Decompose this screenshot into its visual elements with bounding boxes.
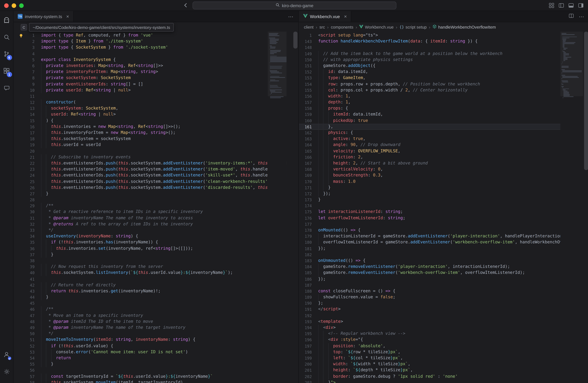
line-number[interactable]: 2 (14, 39, 35, 44)
code-line[interactable]: 49 * @param inventoryName The name of th… (14, 325, 298, 331)
line-number[interactable]: 176 (299, 215, 312, 221)
code-line[interactable]: 162 physics: { (299, 130, 588, 136)
line-number[interactable]: 1 (299, 32, 312, 39)
line-number[interactable]: 175 (299, 209, 312, 215)
line-number[interactable]: 52 (14, 343, 35, 349)
code-line[interactable]: 6 private inventories: Map<string, Ref<s… (14, 63, 298, 69)
code-line[interactable]: 185 gameStore.removeEventListener('workb… (299, 270, 588, 276)
line-number[interactable]: 14 (14, 111, 35, 118)
line-number[interactable]: 199 (299, 355, 312, 361)
line-number[interactable]: 160 (299, 118, 312, 124)
code-line[interactable]: 44 } (14, 294, 298, 300)
code-line[interactable]: 24 this.eventListenerIds.push(this.socke… (14, 172, 298, 179)
code-line[interactable]: 160 pickedUp: true (299, 118, 588, 124)
code-line[interactable]: 4 (14, 51, 298, 57)
code-line[interactable]: 26 this.eventListenerIds.push(this.socke… (14, 185, 298, 191)
code-line[interactable]: 13 socketSystem: SocketSystem, (14, 106, 298, 111)
scrollbar-thumb[interactable] (584, 32, 588, 170)
code-line[interactable]: 199 left: `${col * tileSize}px`, (299, 355, 588, 361)
line-number[interactable]: 177 (299, 221, 312, 227)
code-line[interactable]: 182 (299, 252, 588, 258)
code-line[interactable]: 9 private eventListenerIds: string[] = [… (14, 81, 298, 87)
line-number[interactable]: 18 (14, 136, 35, 142)
code-line[interactable]: 184 gameStore.removeEventListener('playe… (299, 264, 588, 270)
editor-right[interactable]: 1<script setup lang="ts">143function han… (299, 32, 588, 383)
breadcrumb-item-client[interactable]: client (304, 24, 314, 29)
line-number[interactable]: 5 (14, 57, 35, 63)
code-line[interactable]: 195 <!-- Regular workbench view --> (299, 331, 588, 337)
line-number[interactable]: 46 (14, 306, 35, 313)
code-line[interactable]: 17 this.inventoryForItem = new Map<strin… (14, 130, 298, 136)
kiro-ghost-icon[interactable] (0, 12, 13, 29)
code-line[interactable]: 177 (299, 221, 588, 227)
line-number[interactable]: 172 (299, 191, 312, 197)
line-number[interactable]: 168 (299, 166, 312, 172)
line-number[interactable]: 19 (14, 142, 35, 148)
code-line[interactable]: 143function handleWorkbenchOverflowItem(… (299, 39, 588, 44)
line-number[interactable]: 152 (299, 69, 312, 75)
code-lines-left[interactable]: 1import { type Ref, computed, ref } from… (14, 32, 298, 383)
line-number[interactable]: 161 (299, 124, 312, 130)
line-number[interactable]: 13 (14, 106, 35, 111)
line-number[interactable]: 200 (299, 361, 312, 367)
code-line[interactable]: 175let interactionListenerId: string; (299, 209, 588, 215)
code-line[interactable]: 39 // Now request this inventory from th… (14, 264, 298, 270)
minimap-left[interactable] (268, 32, 287, 383)
chat-icon[interactable] (0, 79, 13, 96)
line-number[interactable]: 154 (299, 81, 312, 87)
code-line[interactable]: 56 (14, 367, 298, 373)
line-number[interactable]: 15 (14, 118, 35, 124)
line-number[interactable]: 42 (14, 282, 35, 288)
line-number[interactable]: 3 (14, 44, 35, 51)
code-line[interactable]: 194 <div> (299, 325, 588, 331)
line-number[interactable]: 29 (14, 203, 35, 209)
line-number[interactable]: 4 (14, 51, 35, 57)
line-number[interactable]: 31 (14, 215, 35, 221)
line-number[interactable]: 38 (14, 258, 35, 264)
line-number[interactable]: 53 (14, 349, 35, 355)
line-number[interactable]: 57 (14, 373, 35, 380)
split-editor-icon[interactable] (568, 13, 574, 20)
more-actions-icon[interactable]: ⋯ (579, 13, 584, 20)
line-number[interactable]: 165 (299, 148, 312, 154)
code-line[interactable]: 54 return (14, 355, 298, 361)
line-number[interactable]: 49 (14, 325, 35, 331)
line-number[interactable]: 167 (299, 160, 312, 166)
line-number[interactable]: 20 (14, 148, 35, 154)
line-number[interactable]: 7 (14, 69, 35, 75)
line-number[interactable]: 10 (14, 87, 35, 93)
code-line[interactable]: 58 this.socketSystem.moveItem(itemId, ta… (14, 380, 298, 383)
line-number[interactable]: 158 (299, 106, 312, 111)
code-line[interactable]: 35 if (!this.inventories.has(inventoryNa… (14, 239, 298, 246)
line-number[interactable]: 203 (299, 380, 312, 383)
line-number[interactable]: 186 (299, 276, 312, 282)
code-action-lightbulb-icon[interactable] (19, 33, 23, 40)
code-line[interactable]: 181}); (299, 246, 588, 252)
code-line[interactable]: 168 verticalVelocity: 0, (299, 166, 588, 172)
line-number[interactable]: 24 (14, 172, 35, 179)
line-number[interactable]: 173 (299, 197, 312, 203)
code-line[interactable]: 166 friction: 2, (299, 154, 588, 160)
code-line[interactable]: 1import { type Ref, computed, ref } from… (14, 32, 298, 39)
close-window-button[interactable] (4, 3, 9, 8)
code-line[interactable]: 171 } (299, 185, 588, 191)
code-line[interactable]: 10 private userId: Ref<string | null> (14, 87, 298, 93)
code-line[interactable]: 149 // Add the item back to the game wor… (299, 51, 588, 57)
line-number[interactable]: 166 (299, 154, 312, 160)
code-line[interactable]: 169 bounceStrength: 0.3, (299, 172, 588, 179)
code-line[interactable]: 20 (14, 148, 298, 154)
code-line[interactable]: 164 angle: 90, // Drop downward (299, 142, 588, 148)
close-tab-icon[interactable]: × (344, 14, 347, 19)
code-line[interactable]: 22 this.eventListenerIds.push(this.socke… (14, 160, 298, 166)
scrollbar-left[interactable] (287, 32, 298, 383)
code-line[interactable]: 163 active: true, (299, 136, 588, 142)
line-number[interactable]: 182 (299, 252, 312, 258)
code-line[interactable]: 38 (14, 258, 298, 264)
code-line[interactable]: 19 this.userId = userId (14, 142, 298, 148)
line-number[interactable]: 188 (299, 288, 312, 294)
command-center-search[interactable]: kiro-demo-game (192, 1, 396, 9)
line-number[interactable]: 47 (14, 312, 35, 319)
code-line[interactable]: 172 }); (299, 191, 588, 197)
line-number[interactable]: 150 (299, 57, 312, 63)
code-line[interactable]: 186}); (299, 276, 588, 282)
